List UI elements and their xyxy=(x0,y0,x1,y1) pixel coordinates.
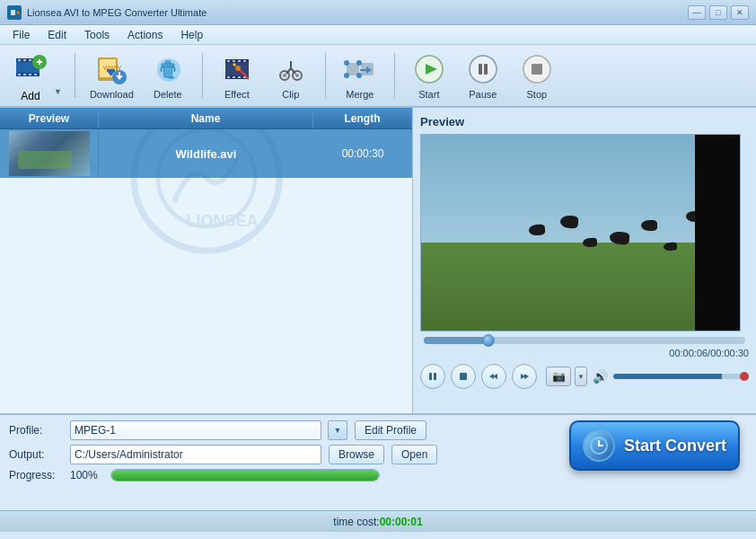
screenshot-button[interactable]: 📷 xyxy=(546,367,571,386)
effect-button[interactable]: Effect xyxy=(212,48,262,103)
progress-row: Progress: 100% xyxy=(9,469,747,482)
svg-rect-34 xyxy=(243,60,246,62)
time-cost-prefix: time cost: xyxy=(333,516,379,528)
svg-rect-1 xyxy=(11,10,15,15)
svg-rect-11 xyxy=(23,74,26,75)
clip-button[interactable]: Clip xyxy=(266,48,316,103)
svg-point-52 xyxy=(356,73,362,78)
volume-slider[interactable] xyxy=(613,374,749,379)
col-header-name: Name xyxy=(99,108,313,128)
playback-extra: 📷 ▼ xyxy=(546,367,587,386)
pause-label: Pause xyxy=(469,89,497,100)
svg-rect-56 xyxy=(479,64,482,75)
profile-label: Profile: xyxy=(9,424,63,437)
seek-thumb[interactable] xyxy=(482,334,495,347)
output-label: Output: xyxy=(9,448,63,461)
toolbar-sep-1 xyxy=(75,53,75,98)
start-icon xyxy=(411,51,447,87)
delete-button[interactable]: Delete xyxy=(143,48,193,103)
edit-profile-button[interactable]: Edit Profile xyxy=(355,420,426,440)
video-black-right xyxy=(695,135,740,331)
file-length-cell: 00:00:30 xyxy=(313,147,412,160)
svg-rect-10 xyxy=(18,74,21,75)
add-icon xyxy=(13,49,48,88)
profile-select[interactable] xyxy=(70,420,321,440)
time-cost-bar: time cost: 00:00:01 xyxy=(0,510,756,532)
menu-edit[interactable]: Edit xyxy=(39,27,75,43)
video-sky xyxy=(421,135,740,243)
menu-file[interactable]: File xyxy=(4,27,39,43)
toolbar-sep-3 xyxy=(325,53,326,98)
svg-point-55 xyxy=(470,56,497,83)
menu-actions[interactable]: Actions xyxy=(119,27,171,43)
play-pause-button[interactable] xyxy=(420,364,445,389)
download-icon: WWW xyxy=(93,51,129,87)
menu-help[interactable]: Help xyxy=(171,27,212,43)
window-title: Lionsea AVI to MPEG Converter Ultimate xyxy=(27,7,688,18)
bird-6 xyxy=(664,242,678,251)
svg-rect-31 xyxy=(227,60,230,62)
output-input[interactable] xyxy=(70,445,321,464)
stop-playback-button[interactable] xyxy=(451,364,476,389)
clip-icon xyxy=(273,51,309,87)
start-button[interactable]: Start xyxy=(404,48,454,103)
toolbar-sep-2 xyxy=(202,53,203,98)
clip-label: Clip xyxy=(282,89,299,100)
delete-label: Delete xyxy=(154,89,182,100)
video-ground xyxy=(421,243,740,331)
maximize-button[interactable]: □ xyxy=(709,5,727,20)
browse-button[interactable]: Browse xyxy=(329,445,384,464)
start-convert-label: Start Convert xyxy=(624,437,726,455)
stop-label: Stop xyxy=(527,89,548,100)
bird-2 xyxy=(560,215,579,228)
effect-label: Effect xyxy=(224,89,250,100)
start-convert-button[interactable]: Start Convert xyxy=(569,420,740,471)
progress-value: 100% xyxy=(70,469,98,482)
download-button[interactable]: WWW Download xyxy=(84,48,139,103)
svg-rect-64 xyxy=(434,373,436,380)
close-button[interactable]: ✕ xyxy=(731,5,749,20)
seek-bar-wrap xyxy=(420,337,749,344)
svg-rect-57 xyxy=(484,64,488,75)
rewind-button[interactable] xyxy=(481,364,506,389)
stop-icon xyxy=(519,51,555,87)
pause-icon xyxy=(465,51,501,87)
toolbar-sep-4 xyxy=(394,53,395,98)
pause-button[interactable]: Pause xyxy=(458,48,508,103)
file-list-header: Preview Name Length xyxy=(0,108,412,129)
stop-button[interactable]: Stop xyxy=(512,48,562,103)
svg-rect-32 xyxy=(233,60,235,62)
merge-icon xyxy=(342,51,378,87)
svg-rect-6 xyxy=(18,59,21,61)
add-button[interactable]: Add xyxy=(7,48,52,103)
minimize-button[interactable]: — xyxy=(688,5,706,20)
screenshot-dropdown[interactable]: ▼ xyxy=(575,367,587,386)
open-button[interactable]: Open xyxy=(391,445,437,464)
effect-icon xyxy=(219,51,255,87)
svg-point-43 xyxy=(295,74,299,77)
bird-3 xyxy=(583,238,598,248)
add-button-wrap: Add ▼ xyxy=(7,48,66,103)
add-dropdown-arrow[interactable]: ▼ xyxy=(52,48,66,103)
svg-point-39 xyxy=(235,66,241,71)
merge-button[interactable]: Merge xyxy=(335,48,385,103)
svg-marker-69 xyxy=(524,374,529,379)
svg-rect-36 xyxy=(233,76,235,78)
svg-rect-21 xyxy=(107,69,115,72)
playback-controls: 📷 ▼ 🔊 xyxy=(420,364,749,389)
menu-bar: File Edit Tools Actions Help xyxy=(0,25,756,45)
svg-point-50 xyxy=(356,60,362,66)
convert-icon xyxy=(583,429,615,462)
svg-rect-24 xyxy=(119,72,120,77)
toolbar: Add ▼ WWW Download xyxy=(0,45,756,108)
forward-button[interactable] xyxy=(512,364,537,389)
seek-bar[interactable] xyxy=(424,337,745,344)
profile-dropdown-arrow[interactable]: ▼ xyxy=(328,420,347,440)
menu-tools[interactable]: Tools xyxy=(75,27,119,43)
svg-rect-16 xyxy=(39,59,40,65)
bird-1 xyxy=(529,224,546,236)
file-preview-thumb xyxy=(0,129,99,178)
progress-bar-inner xyxy=(111,470,379,481)
time-cost-value: 00:00:01 xyxy=(380,516,423,528)
progress-bar-outer xyxy=(110,469,380,482)
